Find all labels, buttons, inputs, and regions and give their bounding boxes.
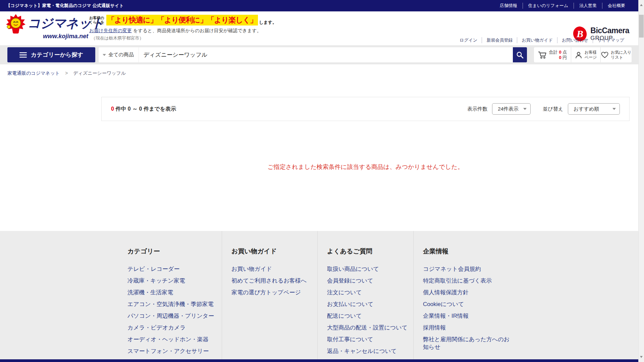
footer-link[interactable]: お支払いについて — [327, 301, 373, 307]
footer-link[interactable]: 採用情報 — [423, 324, 446, 331]
footer-link-list: お買い物ガイド初めてご利用されるお客様へ家電の選び方トップページ — [231, 265, 317, 296]
header-nav-link[interactable]: 新規会員登録 — [482, 37, 517, 43]
search-scope-value: 全ての商品 — [108, 52, 134, 58]
footer-list-item: Cookieについて — [423, 300, 514, 308]
footer-link[interactable]: オーディオ・ヘッドホン・楽器 — [127, 336, 209, 343]
footer-link[interactable]: Cookieについて — [423, 301, 464, 307]
footer-link[interactable]: パソコン・周辺機器・プリンター — [127, 313, 214, 319]
footer-link[interactable]: 冷蔵庫・キッチン家電 — [127, 278, 185, 284]
footer-link[interactable]: 配送について — [327, 313, 362, 319]
account-page-button[interactable]: お客様 ページ — [571, 47, 600, 62]
footer-list-item: エアコン・空気清浄機・季節家電 — [127, 300, 222, 308]
cart-total-label: 合計 — [549, 50, 558, 55]
account-label-2: ページ — [585, 55, 597, 60]
favorites-button[interactable]: お気に入り リスト — [600, 47, 632, 62]
header-nav-link[interactable]: ログイン — [455, 37, 482, 43]
category-menu-button[interactable]: カテゴリーから探す — [7, 47, 95, 62]
no-results-message: ご指定されました検索条件に該当する商品は、みつかりませんでした。 — [101, 163, 630, 171]
footer-link[interactable]: 特定商取引法に基づく表示 — [423, 278, 492, 284]
cart-icon — [538, 51, 547, 59]
footer-list-item: テレビ・レコーダー — [127, 265, 222, 273]
cart-button[interactable]: 合計 0 点 0 円 — [534, 47, 571, 62]
footer-link-list: 取扱い商品について会員登録について注文についてお支払いについて配送について大型商… — [327, 265, 413, 362]
footer-list-item: 取付工事について — [327, 336, 413, 343]
delivery-address-link[interactable]: お届け先住所の変更 — [89, 28, 132, 33]
footer-link[interactable]: カメラ・ビデオカメラ — [127, 324, 186, 331]
quick-panel: 合計 0 点 0 円 お客様 ページ — [534, 47, 632, 62]
footer-list-item: 家電の選び方トップページ — [231, 289, 317, 296]
footer-link[interactable]: 個人情報保護方針 — [423, 289, 469, 296]
footer-link[interactable]: 注文について — [327, 289, 362, 296]
footer-link[interactable]: 大型商品の配送・設置について — [327, 324, 408, 331]
sort-value: おすすめ順 — [574, 106, 599, 112]
footer-list-item: 個人情報保護方針 — [423, 289, 514, 296]
footer-list-item: カメラ・ビデオカメラ — [127, 324, 222, 331]
footer-list-item: 洗濯機・生活家電 — [127, 289, 222, 296]
header-nav-link[interactable]: サイトマップ — [593, 37, 629, 43]
results-count-zero: 0 — [111, 106, 114, 112]
topbar-links: 店舗情報住まいのリフォーム法人営業会社概要 — [494, 3, 631, 9]
footer-list-item: 冷蔵庫・キッチン家電 — [127, 277, 222, 285]
person-icon — [575, 51, 582, 59]
search-button[interactable] — [513, 47, 527, 62]
footer-link[interactable]: 初めてご利用されるお客様へ — [231, 278, 307, 284]
topbar-link[interactable]: 店舗情報 — [494, 3, 523, 9]
footer-link-list: テレビ・レコーダー冷蔵庫・キッチン家電洗濯機・生活家電エアコン・空気清浄機・季節… — [127, 265, 222, 362]
footer-column: よくあるご質問取扱い商品について会員登録について注文についてお支払いについて配送… — [317, 231, 413, 359]
dropdown-caret-icon — [612, 108, 616, 110]
search-scope-select[interactable]: 全ての商品 — [99, 47, 139, 62]
delivery-note: をすると、商品発送場所からのお届け目安が確認できます。 — [133, 28, 262, 33]
footer-link[interactable]: エアコン・空気清浄機・季節家電 — [127, 301, 214, 307]
footer-link[interactable]: 返品・キャンセルについて — [327, 348, 397, 354]
footer-link-list: コジマネット会員規約特定商取引法に基づく表示個人情報保護方針Cookieについて… — [423, 265, 514, 351]
header-nav-links: ログイン新規会員登録お買い物ガイドお問い合わせサイトマップ — [455, 37, 629, 43]
cart-count: 0 — [559, 50, 561, 55]
footer-link[interactable]: 取扱い商品について — [327, 266, 379, 272]
breadcrumb-home-link[interactable]: 家電通販のコジマネット — [7, 70, 60, 76]
search-strip: カテゴリーから探す 全ての商品 — [0, 45, 644, 64]
footer-list-item: コジマネット会員規約 — [423, 265, 514, 273]
footer-list-item: 注文について — [327, 289, 413, 296]
topbar-link[interactable]: 法人営業 — [574, 3, 602, 9]
footer-list-item: 企業情報・IR情報 — [423, 312, 514, 320]
display-count-select[interactable]: 24件表示 — [492, 103, 531, 115]
footer-list-item: 返品・キャンセルについて — [327, 347, 413, 355]
footer-link[interactable]: 取付工事について — [327, 336, 373, 343]
footer-link[interactable]: 会員登録について — [327, 278, 373, 284]
account-label-1: お客様 — [585, 50, 597, 55]
footer-link[interactable]: スマートフォン・アクセサリー — [127, 348, 209, 354]
search-input[interactable] — [139, 47, 513, 62]
footer-link[interactable]: 家電の選び方トップページ — [231, 289, 301, 296]
footer-list-item: お買い物ガイド — [231, 265, 317, 273]
vertical-scrollbar[interactable] — [638, 0, 644, 362]
footer-column: お買い物ガイドお買い物ガイド初めてご利用されるお客様へ家電の選び方トップページ — [222, 231, 317, 359]
footer-link[interactable]: 企業情報・IR情報 — [423, 313, 469, 319]
search-box: 全ての商品 — [99, 47, 527, 62]
header-tagline: お客様の くらしを 「より快適に」「より便利に」「より楽しく」 します。 お届け… — [89, 15, 277, 41]
dropdown-caret-icon — [523, 108, 527, 110]
header-nav-link[interactable]: お買い物ガイド — [517, 37, 557, 43]
footer-link[interactable]: 弊社と雇用関係にあった方へのお知らせ — [423, 336, 509, 350]
topbar-link[interactable]: 会社概要 — [602, 3, 631, 9]
scrollbar-thumb[interactable] — [639, 15, 644, 38]
topbar-link[interactable]: 住まいのリフォーム — [523, 3, 574, 9]
footer-column-title: お買い物ガイド — [231, 247, 317, 256]
header-nav-link[interactable]: お問い合わせ — [557, 37, 593, 43]
footer-list-item: お支払いについて — [327, 300, 413, 308]
cart-amount-unit: 円 — [562, 55, 567, 60]
footer-link[interactable]: テレビ・レコーダー — [127, 266, 179, 272]
sort-select[interactable]: おすすめ順 — [568, 103, 620, 115]
footer-link[interactable]: お買い物ガイド — [231, 266, 272, 272]
display-count-value: 24件表示 — [498, 106, 519, 112]
scrollbar-up-arrow-icon[interactable] — [640, 4, 643, 6]
tagline-highlight: 「より快適に」「より便利に」「より楽しく」 — [106, 15, 258, 25]
footer-link[interactable]: コジマネット会員規約 — [423, 266, 481, 272]
tagline-prefix-1: お客様の — [89, 16, 104, 20]
footer-link[interactable]: 洗濯機・生活家電 — [127, 289, 173, 296]
topbar: 【コジマネット】家電・電化製品のコジマ 公式通販サイト 店舗情報住まいのリフォー… — [0, 0, 644, 11]
scrollbar-down-arrow-icon[interactable] — [640, 356, 643, 358]
footer-column-title: カテゴリー — [127, 247, 222, 256]
results-count: 0 件中 0 ～ 0 件までを表示 — [111, 106, 176, 113]
magnifier-icon — [516, 51, 524, 59]
footer-list-item: 取扱い商品について — [327, 265, 413, 273]
